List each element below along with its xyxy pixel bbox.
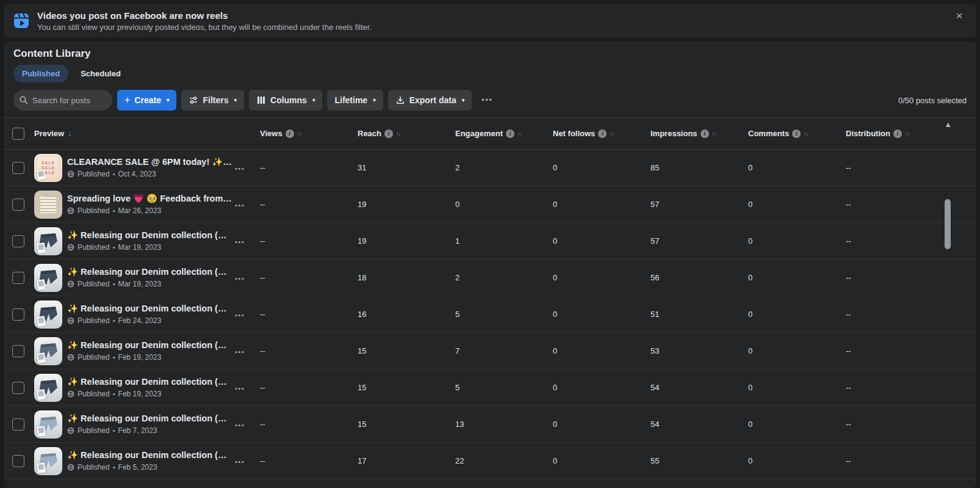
row-checkbox[interactable]	[12, 382, 24, 394]
post-date: Feb 19, 2023	[118, 353, 162, 362]
tab-published[interactable]: Published	[13, 65, 68, 82]
meta-separator: •	[113, 170, 115, 178]
row-checkbox[interactable]	[12, 308, 24, 321]
metric-value-engagement: 22	[452, 456, 549, 465]
scrollbar-thumb[interactable]	[945, 199, 951, 249]
scroll-up-arrow[interactable]: ▲	[944, 120, 952, 129]
row-menu-button[interactable]: •••	[235, 348, 245, 355]
metric-value-net-follows: 0	[549, 456, 647, 465]
sale-graphic-thumbnail[interactable]: SALE SALE SALE	[34, 154, 62, 182]
table-row: ✨ Releasing our Denim collection (Part 6…	[4, 260, 976, 296]
columns-button[interactable]: Columns ▾	[249, 90, 322, 111]
row-menu-button[interactable]: •••	[235, 421, 245, 429]
row-checkbox[interactable]	[12, 345, 24, 357]
row-checkbox[interactable]	[12, 162, 24, 174]
column-header-distribution[interactable]: Distribution i ↑↓	[842, 129, 940, 138]
row-menu-button[interactable]: •••	[235, 275, 245, 282]
export-data-button[interactable]: Export data ▾	[388, 90, 472, 111]
search-box[interactable]	[13, 90, 112, 111]
denim-light-thumbnail[interactable]	[34, 447, 62, 475]
info-icon[interactable]: i	[506, 129, 514, 138]
filters-label: Filters	[203, 95, 228, 105]
chevron-down-icon: ▾	[234, 97, 237, 103]
column-header-comments[interactable]: Comments i ↑↓	[744, 129, 842, 138]
metric-value-distribution: --	[842, 420, 940, 429]
metric-value-net-follows: 0	[549, 346, 647, 355]
tab-bar: Published Scheduled	[13, 65, 976, 82]
metric-value-engagement: 2	[452, 273, 549, 282]
sort-icon[interactable]: ↑↓	[610, 131, 614, 137]
create-button[interactable]: + Create ▾	[117, 90, 176, 111]
metric-value-views: --	[256, 346, 354, 355]
post-title[interactable]: ✨ Releasing our Denim collection (Part 4…	[67, 340, 232, 351]
lifetime-button[interactable]: Lifetime ▾	[327, 90, 383, 111]
select-all-checkbox[interactable]	[12, 128, 24, 140]
sort-icon[interactable]: ↑↓	[297, 131, 301, 137]
table-body: SALE SALE SALE CLEARANCE SALE @ 6PM toda…	[4, 150, 976, 479]
row-menu-button[interactable]: •••	[235, 202, 245, 209]
note-graphic	[38, 193, 58, 216]
row-menu-button[interactable]: •••	[235, 385, 245, 392]
close-icon[interactable]: ×	[951, 7, 968, 24]
denim-dark-thumbnail[interactable]	[34, 300, 62, 329]
denim-dark-thumbnail[interactable]	[34, 374, 62, 402]
column-header-views[interactable]: Views i ↑↓	[256, 129, 354, 138]
column-header-reach[interactable]: Reach i ↑↓	[354, 129, 452, 138]
toolbar-more-button[interactable]: •••	[481, 96, 493, 104]
post-title[interactable]: ✨ Releasing our Denim collection (Part 1…	[67, 450, 232, 461]
post-title[interactable]: Spreading love 💗 🥹 Feedback from our val…	[67, 194, 232, 204]
sort-icon[interactable]: ↑↓	[804, 131, 808, 137]
metric-value-impressions: 51	[647, 310, 744, 319]
globe-icon	[67, 280, 74, 288]
row-menu-button[interactable]: •••	[235, 458, 245, 465]
sort-icon[interactable]: ↑↓	[712, 131, 716, 137]
row-checkbox[interactable]	[12, 455, 24, 467]
row-checkbox[interactable]	[12, 418, 24, 431]
post-title[interactable]: ✨ Releasing our Denim collection (Part 5…	[67, 304, 232, 314]
row-checkbox[interactable]	[12, 198, 24, 211]
post-status: Published	[77, 280, 110, 288]
column-header-impressions[interactable]: Impressions i ↑↓	[647, 129, 744, 138]
post-title[interactable]: ✨ Releasing our Denim collection (Part 3…	[67, 377, 232, 387]
chevron-down-icon: ▾	[312, 97, 315, 103]
row-menu-button[interactable]: •••	[235, 311, 245, 319]
column-header-net-follows[interactable]: Net follows i ↑↓	[549, 129, 647, 138]
tab-scheduled[interactable]: Scheduled	[74, 69, 127, 78]
sort-icon[interactable]: ↑↓	[396, 131, 400, 137]
plus-icon: +	[124, 95, 130, 106]
denim-dark-thumbnail[interactable]	[34, 227, 62, 255]
sort-icon[interactable]: ↑↓	[517, 131, 522, 137]
feedback-note-thumbnail[interactable]	[34, 191, 62, 219]
metric-value-impressions: 53	[647, 346, 744, 355]
info-icon[interactable]: i	[792, 129, 801, 138]
row-menu-button[interactable]: •••	[235, 238, 245, 246]
post-title[interactable]: ✨ Releasing our Denim collection (Part 2…	[67, 413, 232, 424]
info-icon[interactable]: i	[893, 129, 902, 138]
info-icon[interactable]: i	[598, 129, 607, 138]
filters-button[interactable]: Filters ▾	[181, 90, 244, 111]
row-checkbox[interactable]	[12, 235, 24, 247]
denim-light-thumbnail[interactable]	[34, 410, 62, 439]
denim-dark-thumbnail[interactable]	[34, 264, 62, 292]
search-input[interactable]	[32, 96, 103, 105]
column-header-preview[interactable]: Preview ↓	[34, 129, 235, 138]
metric-value-reach: 19	[354, 200, 452, 209]
post-title[interactable]: ✨ Releasing our Denim collection (Part 7…	[67, 230, 232, 241]
photo-overlay	[37, 279, 46, 290]
metric-value-engagement: 1	[452, 236, 549, 246]
info-icon[interactable]: i	[286, 129, 294, 138]
table-row: ✨ Releasing our Denim collection (Part 5…	[4, 296, 976, 333]
denim-mid-thumbnail[interactable]	[34, 337, 62, 365]
meta-separator: •	[113, 207, 115, 214]
row-checkbox[interactable]	[12, 272, 24, 284]
row-menu-button[interactable]: •••	[235, 165, 245, 172]
info-icon[interactable]: i	[701, 129, 709, 138]
sort-icon[interactable]: ↑↓	[905, 131, 909, 137]
table-row: ✨ Releasing our Denim collection (Part 4…	[4, 333, 976, 370]
metric-value-engagement: 5	[452, 310, 549, 319]
post-title[interactable]: CLEARANCE SALE @ 6PM today! ✨ Stay tuned…	[67, 157, 232, 167]
post-date: Oct 4, 2023	[118, 170, 156, 178]
column-header-engagement[interactable]: Engagement i ↑↓	[452, 129, 549, 138]
info-icon[interactable]: i	[384, 129, 393, 138]
post-title[interactable]: ✨ Releasing our Denim collection (Part 6…	[67, 267, 232, 277]
